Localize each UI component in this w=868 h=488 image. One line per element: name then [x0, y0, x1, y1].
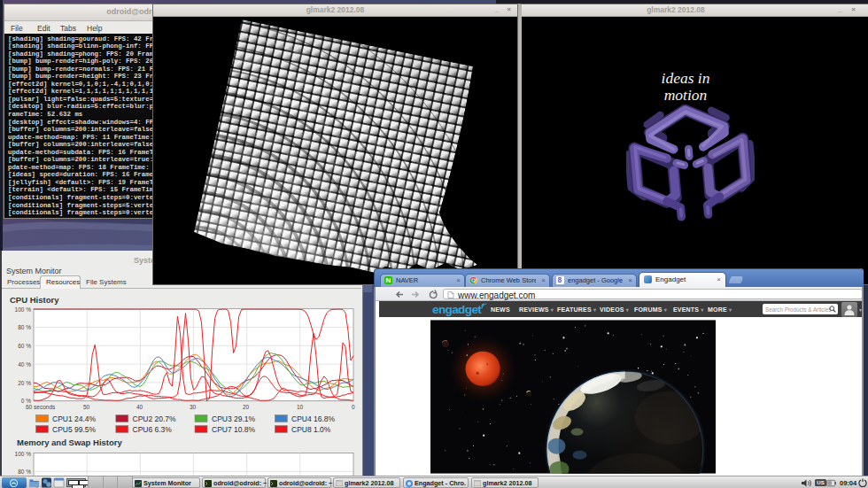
svg-text:CPU2 20.7%: CPU2 20.7% — [133, 414, 177, 423]
svg-text:40: 40 — [136, 404, 143, 410]
svg-text:10: 10 — [297, 404, 304, 410]
svg-text:CPU7 10.8%: CPU7 10.8% — [212, 425, 256, 434]
svg-text:CPU4 16.8%: CPU4 16.8% — [291, 414, 336, 423]
svg-text:60 %: 60 % — [18, 343, 31, 349]
svg-text:100 %: 100 % — [15, 451, 32, 457]
svg-text:20: 20 — [243, 404, 250, 410]
svg-text:CPU5 99.5%: CPU5 99.5% — [52, 425, 97, 434]
svg-text:0: 0 — [352, 404, 355, 410]
svg-text:100 %: 100 % — [15, 306, 32, 313]
svg-text:50: 50 — [83, 404, 90, 410]
svg-text:CPU3 29.1%: CPU3 29.1% — [212, 414, 256, 423]
svg-text:40 %: 40 % — [18, 361, 31, 368]
svg-text:60 seconds: 60 seconds — [26, 404, 56, 410]
svg-text:80 %: 80 % — [18, 469, 31, 475]
svg-text:CPU6 6.3%: CPU6 6.3% — [133, 425, 173, 434]
svg-text:20 %: 20 % — [18, 380, 31, 386]
svg-text:CPU1 24.4%: CPU1 24.4% — [52, 414, 97, 423]
svg-text:30: 30 — [190, 404, 197, 410]
svg-text:Memory and Swap History: Memory and Swap History — [17, 438, 122, 447]
svg-text:80 %: 80 % — [18, 324, 31, 330]
svg-text:CPU8 1.0%: CPU8 1.0% — [291, 425, 331, 434]
